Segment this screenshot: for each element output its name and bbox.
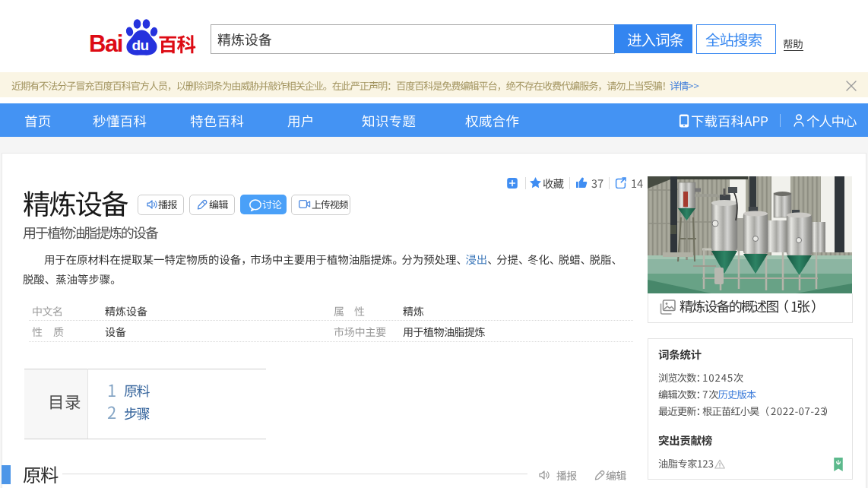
svg-text:Bai: Bai <box>89 30 122 56</box>
svg-text:du: du <box>132 37 149 53</box>
